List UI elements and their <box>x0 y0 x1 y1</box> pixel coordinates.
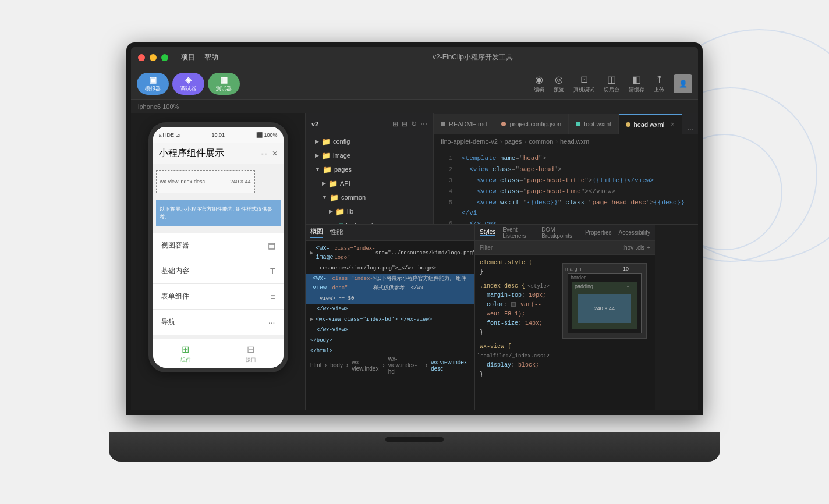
phone-more-icon[interactable]: ··· <box>261 150 267 158</box>
tab-more-button[interactable]: ··· <box>682 125 698 134</box>
code-line-3: 3 <view class="page-head-title">{{title}… <box>434 175 698 186</box>
box-padding: padding - 240 × 44 - - <box>572 282 637 329</box>
close-button[interactable] <box>138 54 145 61</box>
filetree-icon-3[interactable]: ↻ <box>411 120 417 128</box>
css-rule-wx-view: wx-view { localfile:/_index.css:2 displa… <box>480 342 550 379</box>
filter-btn-hov[interactable]: :hov <box>622 244 633 251</box>
tree-item-config[interactable]: ▶ 📁 config <box>306 134 433 148</box>
nav-api-label: 接口 <box>246 356 256 364</box>
preview-label: 预览 <box>554 86 564 94</box>
filetree-icon-2[interactable]: ⊟ <box>402 120 408 128</box>
bc-html[interactable]: html <box>310 362 321 368</box>
action-cache[interactable]: ◧ 清缓存 <box>629 74 644 94</box>
html-line-6: ▶ <wx-view class="index-bd">_</wx-view> <box>306 314 474 325</box>
cache-label: 清缓存 <box>629 86 644 94</box>
bc-wx-view-desc[interactable]: wx-view.index-desc <box>431 359 469 372</box>
tree-label-lib: lib <box>347 208 353 215</box>
tree-item-pages[interactable]: ▼ 📁 pages <box>306 162 433 176</box>
action-realdevice[interactable]: ⊡ 真机调试 <box>573 74 594 94</box>
filter-btn-cls[interactable]: .cls <box>636 244 644 251</box>
bc-wx-view[interactable]: wx-view.index <box>352 359 379 372</box>
styles-tab-events[interactable]: Event Listeners <box>502 226 534 239</box>
action-background[interactable]: ◫ 切后台 <box>604 74 619 94</box>
user-avatar[interactable]: 👤 <box>674 74 692 93</box>
breadcrumb-1[interactable]: pages <box>505 138 522 145</box>
menu-item-nav[interactable]: 导航 ··· <box>153 310 284 335</box>
code-editor[interactable]: 1 <template name="head"> 2 <view class="… <box>434 148 698 224</box>
menu-item-view-container[interactable]: 视图容器 ▤ <box>153 233 284 258</box>
menu-item-basic-content[interactable]: 基础内容 T <box>153 258 284 284</box>
phone-status-time: 10:01 <box>211 132 225 138</box>
tree-item-common[interactable]: ▼ 📁 common <box>306 190 433 204</box>
phone-titlebar: 小程序组件展示 ··· ✕ <box>153 143 284 164</box>
tab-head-wxml[interactable]: head.wxml ✕ <box>619 114 683 134</box>
styles-tab-access[interactable]: Accessibility <box>619 229 650 236</box>
html-line-3[interactable]: <wx-view class="index-desc" >以下将展示小程序官方组… <box>306 274 474 293</box>
main-toolbar: ▣ 模拟器 ◈ 调试器 ▦ 测试器 ◉ 编辑 <box>131 68 698 100</box>
filter-btn-add[interactable]: + <box>647 244 650 251</box>
styles-tab-styles[interactable]: Styles <box>480 229 495 236</box>
menu-item-1-label: 基础内容 <box>161 266 189 276</box>
phone-nav-components[interactable]: ⊞ 组件 <box>180 344 191 364</box>
mini-tab-perf[interactable]: 性能 <box>330 228 343 237</box>
action-preview[interactable]: ◎ 预览 <box>554 74 564 94</box>
filetree-icon-4[interactable]: ⋯ <box>420 120 427 128</box>
devtools-mini-preview: 概图 性能 ▶ <wx-image class="index-logo" src… <box>306 225 474 410</box>
menu-project[interactable]: 项目 <box>181 52 195 62</box>
upload-icon: ⤒ <box>656 74 663 85</box>
styles-tab-dom[interactable]: DOM Breakpoints <box>541 226 578 239</box>
breadcrumb-2[interactable]: common <box>529 138 553 145</box>
filetree-header: v2 ⊞ ⊟ ↻ ⋯ <box>306 113 433 134</box>
tab-close-head[interactable]: ✕ <box>670 121 675 127</box>
tab-foot-wxml[interactable]: foot.wxml <box>569 114 618 134</box>
devtools-html-content: ▶ <wx-image class="index-logo" src="../r… <box>306 241 474 359</box>
tree-item-api[interactable]: ▶ 📁 API <box>306 176 433 190</box>
breadcrumb-0[interactable]: fino-applet-demo-v2 <box>441 138 498 145</box>
bc-wx-view-hd[interactable]: wx-view.index-hd <box>388 356 422 375</box>
test-icon: ▦ <box>220 75 228 84</box>
menu-item-form[interactable]: 表单组件 ≡ <box>153 284 284 310</box>
folder-icon-image: 📁 <box>321 151 331 160</box>
window-controls <box>138 54 174 61</box>
simulator-button[interactable]: ▣ 模拟器 <box>137 73 169 95</box>
tree-item-foot-wxml[interactable]: ◼ foot.wxml <box>306 218 433 224</box>
action-upload[interactable]: ⤒ 上传 <box>654 74 664 94</box>
tree-item-image[interactable]: ▶ 📁 image <box>306 148 433 162</box>
breadcrumb-3[interactable]: head.wxml <box>560 138 591 145</box>
folder-icon-common: 📁 <box>330 193 339 202</box>
background-icon: ◫ <box>607 74 616 85</box>
tab-dot-foot <box>576 122 580 126</box>
html-line-8: </body> <box>306 335 474 346</box>
phone-close-icon[interactable]: ✕ <box>272 150 278 158</box>
chevron-lib: ▶ <box>329 208 333 214</box>
debugger-button[interactable]: ◈ 调试器 <box>172 73 204 95</box>
code-line-5: 5 <view wx:if="{{desc}}" class="page-hea… <box>434 197 698 218</box>
edit-label: 编辑 <box>534 86 544 94</box>
nav-components-label: 组件 <box>180 356 191 364</box>
phone-titlebar-icons: ··· ✕ <box>261 150 277 158</box>
devtools-styles-panel: Styles Event Listeners DOM Breakpoints P… <box>474 225 655 410</box>
phone-frame: all IDE ⊿ 10:01 ⬛ 100% 小程序组件展示 ··· ✕ <box>148 122 288 372</box>
filetree-panel: v2 ⊞ ⊟ ↻ ⋯ ▶ 📁 <box>306 113 434 224</box>
maximize-button[interactable] <box>161 54 168 61</box>
styles-filter-input[interactable] <box>480 244 618 251</box>
menu-item-2-label: 表单组件 <box>161 292 189 301</box>
phone-nav-api[interactable]: ⊟ 接口 <box>246 344 256 364</box>
mini-tab-overview[interactable]: 概图 <box>310 227 323 238</box>
chevron-image: ▶ <box>315 152 319 158</box>
filetree-icon-1[interactable]: ⊞ <box>392 120 398 128</box>
menu-help[interactable]: 帮助 <box>204 52 218 62</box>
main-content: all IDE ⊿ 10:01 ⬛ 100% 小程序组件展示 ··· ✕ <box>131 113 698 410</box>
test-button[interactable]: ▦ 测试器 <box>208 73 240 95</box>
styles-tab-props[interactable]: Properties <box>585 229 612 236</box>
code-line-2: 2 <view class="page-head"> <box>434 164 698 175</box>
tree-item-lib[interactable]: ▶ 📁 lib <box>306 204 433 218</box>
tab-label-project-config: project.config.json <box>509 120 561 127</box>
folder-icon-api: 📁 <box>328 179 338 188</box>
action-edit[interactable]: ◉ 编辑 <box>534 74 544 94</box>
tab-readme[interactable]: README.md <box>434 114 494 134</box>
bc-body[interactable]: body <box>330 362 343 368</box>
tab-project-config[interactable]: project.config.json <box>494 114 569 134</box>
minimize-button[interactable] <box>150 54 157 61</box>
phone-content: wx-view.index-desc 240 × 44 以下将展示小程序官方组件… <box>153 164 284 339</box>
